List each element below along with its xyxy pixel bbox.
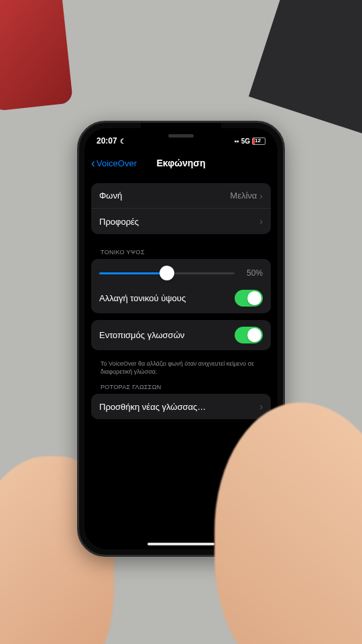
voice-row[interactable]: Φωνή Μελίνα › (91, 183, 271, 209)
chevron-right-icon: › (259, 191, 263, 201)
change-pitch-label: Αλλαγή τονικού ύψους (99, 293, 235, 303)
page-title: Εκφώνηση (157, 158, 206, 168)
slider-thumb[interactable] (160, 266, 174, 280)
status-time: 20:07 (97, 136, 117, 146)
speaker-grille (168, 134, 194, 138)
detect-languages-label: Εντοπισμός γλωσσών (99, 330, 235, 340)
chevron-left-icon: ‹ (91, 157, 95, 169)
phone-notch (141, 123, 221, 139)
rotor-header: ΡΟΤΟΡΑΣ ΓΛΩΣΣΩΝ (91, 376, 271, 394)
detect-languages-footer: Το VoiceOver θα αλλάζει φωνή όταν ανιχνε… (91, 357, 271, 376)
background-red-object (0, 0, 73, 111)
pitch-header: ΤΟΝΙΚΟ ΥΨΟΣ (91, 241, 271, 259)
battery-level: 12 (255, 138, 261, 144)
add-language-row[interactable]: Προσθήκη νέας γλώσσας… › (91, 394, 271, 419)
do-not-disturb-icon: ☾ (120, 138, 126, 145)
change-pitch-row: Αλλαγή τονικού ύψους (91, 283, 271, 313)
background-dark-object (249, 0, 362, 138)
pitch-slider-row: 50% (91, 259, 271, 283)
detect-languages-toggle[interactable] (235, 327, 263, 343)
signal-icon: ▪▪ (235, 138, 239, 145)
voice-settings-group: Φωνή Μελίνα › Προφορές › (91, 183, 271, 234)
add-language-label: Προσθήκη νέας γλώσσας… (99, 402, 259, 412)
battery-icon: 12 (252, 138, 265, 145)
navigation-bar: ‹ VoiceOver Εκφώνηση (84, 151, 278, 175)
network-type: 5G (241, 138, 250, 145)
voice-label: Φωνή (99, 191, 230, 201)
pitch-group: 50% Αλλαγή τονικού ύψους (91, 259, 271, 313)
accents-label: Προφορές (99, 217, 259, 227)
chevron-right-icon: › (259, 401, 263, 412)
pitch-slider[interactable] (99, 272, 235, 274)
voice-value: Μελίνα (230, 191, 257, 201)
chevron-right-icon: › (259, 216, 263, 227)
pitch-percent: 50% (241, 268, 263, 278)
detect-languages-group: Εντοπισμός γλωσσών (91, 320, 271, 350)
rotor-group: Προσθήκη νέας γλώσσας… › (91, 394, 271, 419)
accents-row[interactable]: Προφορές › (91, 209, 271, 234)
back-button[interactable]: ‹ VoiceOver (91, 157, 137, 169)
back-label: VoiceOver (97, 158, 137, 168)
change-pitch-toggle[interactable] (235, 290, 263, 307)
home-indicator[interactable] (147, 543, 215, 545)
detect-languages-row: Εντοπισμός γλωσσών (91, 320, 271, 350)
